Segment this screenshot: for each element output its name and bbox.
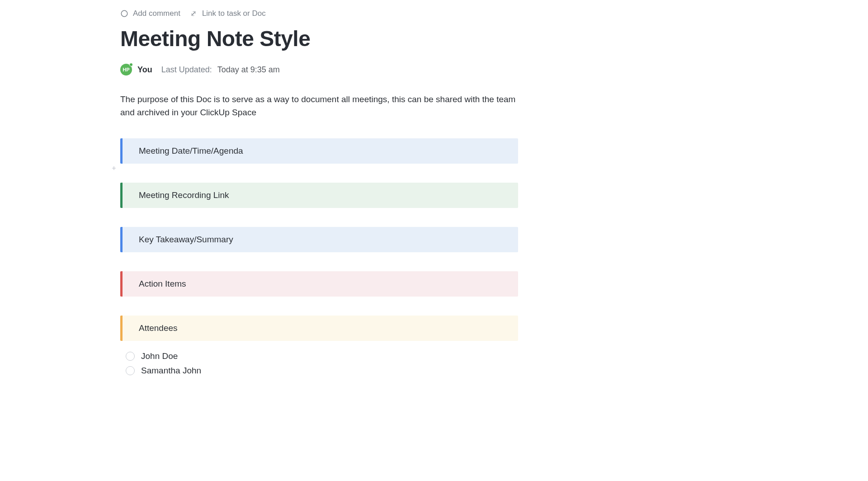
page-title[interactable]: Meeting Note Style: [120, 26, 518, 51]
add-comment-action[interactable]: Add comment: [120, 9, 180, 18]
list-item[interactable]: Samantha John: [126, 363, 518, 378]
banner-text: Action Items: [139, 279, 186, 288]
attendee-name: John Doe: [141, 351, 178, 361]
svg-point-0: [121, 10, 127, 17]
banner-text: Meeting Date/Time/Agenda: [139, 146, 243, 156]
attendee-name: Samantha John: [141, 366, 201, 376]
doc-description[interactable]: The purpose of this Doc is to serve as a…: [120, 93, 518, 119]
banner-recording-link[interactable]: Meeting Recording Link: [120, 183, 518, 208]
updated-label: Last Updated:: [161, 65, 212, 75]
banner-key-takeaway[interactable]: Key Takeaway/Summary: [120, 227, 518, 252]
link-icon: [189, 9, 198, 18]
plus-icon: [111, 165, 117, 171]
meta-row: HP You Last Updated: Today at 9:35 am: [120, 64, 518, 75]
add-block-button[interactable]: [109, 164, 118, 173]
banner-attendees[interactable]: Attendees: [120, 316, 518, 341]
link-task-action[interactable]: Link to task or Doc: [189, 9, 266, 18]
radio-icon[interactable]: [126, 352, 135, 361]
comment-icon: [120, 9, 128, 18]
banner-text: Attendees: [139, 323, 178, 333]
add-comment-label: Add comment: [133, 9, 180, 18]
avatar-initials: HP: [123, 67, 129, 72]
presence-dot-icon: [129, 63, 133, 66]
avatar[interactable]: HP: [120, 64, 132, 75]
document-container: Add comment Link to task or Doc Meeting …: [120, 9, 518, 378]
header-actions: Add comment Link to task or Doc: [120, 9, 518, 18]
link-task-label: Link to task or Doc: [202, 9, 266, 18]
updated-value: Today at 9:35 am: [217, 65, 280, 75]
list-item[interactable]: John Doe: [126, 349, 518, 363]
radio-icon[interactable]: [126, 366, 135, 375]
banner-text: Meeting Recording Link: [139, 190, 229, 200]
attendee-list: John Doe Samantha John: [120, 349, 518, 378]
banner-text: Key Takeaway/Summary: [139, 235, 233, 244]
banner-meeting-date[interactable]: Meeting Date/Time/Agenda: [120, 138, 518, 164]
author-name: You: [137, 65, 152, 75]
banner-action-items[interactable]: Action Items: [120, 271, 518, 297]
